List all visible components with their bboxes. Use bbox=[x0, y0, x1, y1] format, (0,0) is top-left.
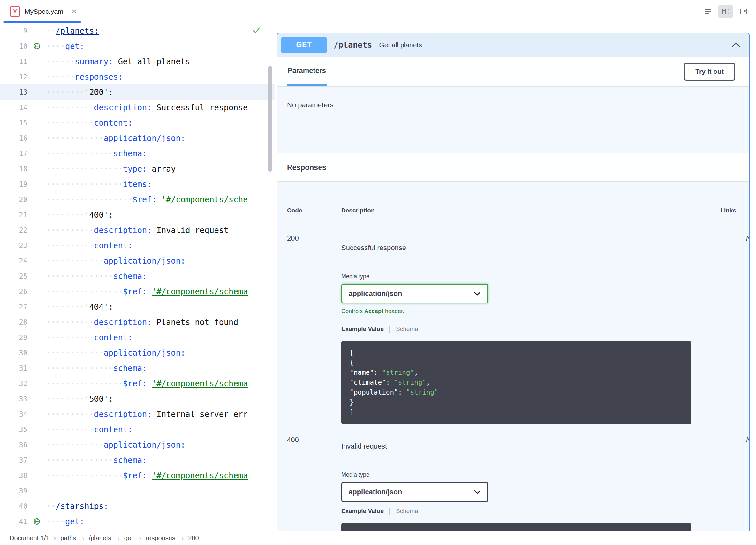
breadcrumb-item[interactable]: get: bbox=[124, 534, 135, 542]
editor-line[interactable]: 22··········description: Invalid request bbox=[0, 222, 275, 238]
line-number: 17 bbox=[0, 149, 27, 157]
editor-line[interactable]: 18················type: array bbox=[0, 161, 275, 176]
tab-schema[interactable]: Schema bbox=[396, 326, 418, 333]
line-number: 19 bbox=[0, 180, 27, 188]
code-text: ········'400': bbox=[46, 210, 275, 219]
line-number: 34 bbox=[0, 410, 27, 418]
editor-line[interactable]: 23··········content: bbox=[0, 238, 275, 253]
editor-line[interactable]: 39 bbox=[0, 483, 275, 498]
response-row-200: 200 Successful response Media type appli… bbox=[287, 221, 736, 424]
responses-table-header: Code Description Links bbox=[287, 181, 736, 221]
editor-line[interactable]: 27········'404': bbox=[0, 299, 275, 314]
endpoint-globe-icon[interactable] bbox=[27, 518, 46, 525]
breadcrumb-item[interactable]: responses: bbox=[146, 534, 177, 542]
code-text: ··/starships: bbox=[46, 502, 275, 511]
editor-line[interactable]: 11······summary: Get all planets bbox=[0, 54, 275, 69]
editor-line[interactable]: 30············application/json: bbox=[0, 345, 275, 360]
http-method-badge: GET bbox=[281, 37, 327, 53]
editor-line[interactable]: 9··/planets: bbox=[0, 23, 275, 38]
editor-line[interactable]: 29··········content: bbox=[0, 330, 275, 345]
editor-line[interactable]: 19················items: bbox=[0, 176, 275, 192]
editor-line[interactable]: 38················$ref: '#/components/sc… bbox=[0, 468, 275, 483]
media-type-select[interactable]: application/json bbox=[341, 284, 488, 304]
editor-and-preview-icon[interactable] bbox=[718, 5, 733, 18]
code-text: ········'404': bbox=[46, 302, 275, 312]
example-value-block[interactable]: { bbox=[341, 523, 691, 531]
code-text: ······responses: bbox=[46, 72, 275, 81]
inspections-passed-icon[interactable] bbox=[252, 26, 261, 35]
parameters-tab-label: Parameters bbox=[288, 66, 326, 75]
breadcrumb-item[interactable]: /planets: bbox=[89, 534, 113, 542]
breadcrumb-separator: › bbox=[82, 534, 85, 542]
editor-only-icon[interactable] bbox=[700, 5, 715, 18]
try-it-out-button[interactable]: Try it out bbox=[684, 63, 735, 80]
operation-summary-bar[interactable]: GET /planets Get all planets bbox=[277, 33, 749, 57]
editor-line[interactable]: 34··········description: Internal server… bbox=[0, 406, 275, 422]
editor-line[interactable]: 24············application/json: bbox=[0, 253, 275, 268]
document-indicator[interactable]: Document 1/1 bbox=[10, 534, 49, 542]
code-text: ········'500': bbox=[46, 394, 275, 404]
media-type-select[interactable]: application/json bbox=[341, 482, 488, 502]
editor-line[interactable]: 16············application/json: bbox=[0, 130, 275, 146]
editor-line[interactable]: 41····get: bbox=[0, 514, 275, 529]
code-text: ················$ref: '#/components/sche… bbox=[46, 287, 275, 296]
tab-divider bbox=[389, 326, 390, 333]
editor-line[interactable]: 26················$ref: '#/components/sc… bbox=[0, 284, 275, 299]
chevron-down-icon bbox=[474, 490, 481, 494]
tab-example-value[interactable]: Example Value bbox=[341, 326, 384, 333]
code-text: ············application/json: bbox=[46, 440, 275, 450]
editor-line[interactable]: 40··/starships: bbox=[0, 498, 275, 514]
editor-line[interactable]: 20··················$ref: '#/components/… bbox=[0, 192, 275, 207]
tab-title: MySpec.yaml bbox=[25, 8, 65, 15]
yaml-editor-pane[interactable]: 9··/planets:10····get:11······summary: G… bbox=[0, 23, 275, 531]
editor-line[interactable]: 12······responses: bbox=[0, 69, 275, 84]
line-number: 32 bbox=[0, 380, 27, 388]
line-number: 13 bbox=[0, 88, 27, 96]
response-code: 400 bbox=[287, 424, 341, 531]
example-value-block[interactable]: [ { "name": "string", "climate": "string… bbox=[341, 341, 691, 424]
code-text: ················type: array bbox=[46, 164, 275, 173]
code-text: ················items: bbox=[46, 179, 275, 189]
editor-line[interactable]: 25··············schema: bbox=[0, 268, 275, 284]
close-icon[interactable]: × bbox=[72, 7, 77, 16]
tab-parameters[interactable]: Parameters bbox=[287, 57, 327, 86]
line-number: 39 bbox=[0, 487, 27, 495]
media-type-value: application/json bbox=[349, 488, 402, 496]
preview-only-icon[interactable] bbox=[736, 5, 751, 18]
line-number: 21 bbox=[0, 211, 27, 219]
editor-line[interactable]: 35··········content: bbox=[0, 422, 275, 437]
breadcrumb-separator: › bbox=[54, 534, 56, 542]
line-number: 18 bbox=[0, 165, 27, 173]
line-number: 16 bbox=[0, 134, 27, 142]
editor-line[interactable]: 36············application/json: bbox=[0, 437, 275, 452]
breadcrumb-item[interactable]: paths: bbox=[60, 534, 78, 542]
code-text: ··········content: bbox=[46, 118, 275, 127]
editor-line[interactable]: 32················$ref: '#/components/sc… bbox=[0, 376, 275, 391]
tab-schema[interactable]: Schema bbox=[396, 508, 418, 515]
editor-line[interactable]: 17··············schema: bbox=[0, 146, 275, 161]
breadcrumb-item[interactable]: 200: bbox=[188, 534, 200, 542]
code-text: ··········description: Invalid request bbox=[46, 225, 275, 235]
editor-line[interactable]: 37··············schema: bbox=[0, 452, 275, 468]
editor-line[interactable]: 28··········description: Planets not fou… bbox=[0, 314, 275, 330]
collapse-chevron-icon[interactable] bbox=[731, 42, 741, 48]
editor-line[interactable]: 10····get: bbox=[0, 38, 275, 54]
breadcrumb-separator: › bbox=[139, 534, 141, 542]
tab-myspec-yaml[interactable]: Y MySpec.yaml × bbox=[0, 0, 84, 23]
editor-tab-bar: Y MySpec.yaml × bbox=[0, 0, 756, 23]
editor-line[interactable]: 21········'400': bbox=[0, 207, 275, 222]
tab-example-value[interactable]: Example Value bbox=[341, 508, 384, 515]
editor-line[interactable]: 33········'500': bbox=[0, 391, 275, 406]
editor-line[interactable]: 13········'200': bbox=[0, 84, 275, 100]
line-number: 23 bbox=[0, 241, 27, 249]
editor-line[interactable]: 14··········description: Successful resp… bbox=[0, 100, 275, 115]
parameters-section-header: Parameters Try it out bbox=[277, 57, 749, 86]
editor-line[interactable]: 15··········content: bbox=[0, 115, 275, 130]
code-text: ··············schema: bbox=[46, 364, 275, 373]
code-text: ··············schema: bbox=[46, 456, 275, 465]
editor-scrollbar[interactable] bbox=[268, 66, 272, 171]
column-header-code: Code bbox=[287, 207, 341, 214]
editor-line[interactable]: 31··············schema: bbox=[0, 360, 275, 376]
line-number: 25 bbox=[0, 272, 27, 280]
endpoint-globe-icon[interactable] bbox=[27, 42, 46, 50]
